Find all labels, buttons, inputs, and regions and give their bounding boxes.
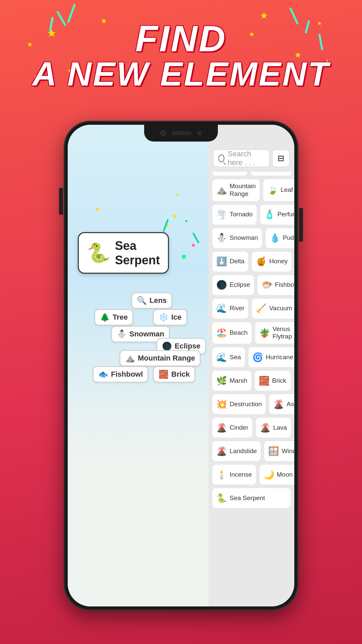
notch-dot xyxy=(197,131,202,136)
element-fishbowl[interactable]: 🐡 Fishbowl xyxy=(257,275,294,296)
sea-serpent-popup: 🐍 SeaSerpent xyxy=(78,232,169,274)
search-placeholder: Search here . . . xyxy=(228,150,264,167)
element-delta[interactable]: ⬇️ Delta xyxy=(212,251,249,272)
element-snowman[interactable]: ⛄ Snowman xyxy=(212,228,262,249)
title-line1: FIND xyxy=(0,20,362,57)
node-tree[interactable]: 🌲 Tree xyxy=(95,309,133,325)
node-fishbowl[interactable]: 🐟 Fishbowl xyxy=(93,366,148,382)
element-row: 🐍 Sea Serpent xyxy=(212,488,291,508)
sea-serpent-label: SeaSerpent xyxy=(115,238,160,267)
element-row: 🌋 Landslide 🪟 Window xyxy=(212,441,291,462)
element-honey[interactable]: 🍯 Honey xyxy=(251,251,292,272)
element-hurricane[interactable]: 🌀 Hurricane xyxy=(248,347,294,368)
phone-outer: ★ ★ ★ ★ ■ ■ ■ 🐍 SeaSerpent 🔍 Lens xyxy=(64,121,298,610)
element-row: 💥 Destruction 🌋 Ash xyxy=(212,394,291,415)
element-sea[interactable]: 🌊 Sea xyxy=(212,347,245,368)
phone-screen: ★ ★ ★ ★ ■ ■ ■ 🐍 SeaSerpent 🔍 Lens xyxy=(68,125,294,606)
node-lens[interactable]: 🔍 Lens xyxy=(131,292,172,309)
element-row: ⛰️ Mountain Range 🍃 Leaf xyxy=(212,179,291,202)
element-row: 🌊 Sea 🌀 Hurricane xyxy=(212,347,291,368)
elements-list: 🔍 Lens 💨 Smoke ⛰️ Mountain Range xyxy=(208,155,294,518)
node-brick[interactable]: 🧱 Brick xyxy=(153,366,195,382)
element-row: 🌑 Eclipse 🐡 Fishbowl xyxy=(212,275,291,296)
element-row: ⛄ Snowman 💧 Puddle xyxy=(212,228,291,249)
element-row: 🏖️ Beach 🪴 Venus Flytrap xyxy=(212,322,291,344)
element-beach[interactable]: 🏖️ Beach xyxy=(212,322,252,344)
element-cinder[interactable]: 🌋 Cinder xyxy=(212,417,253,438)
element-river[interactable]: 🌊 River xyxy=(212,298,249,319)
search-input[interactable]: Search here . . . xyxy=(213,150,269,167)
title-line2: A NEW ELEMENT xyxy=(0,57,362,91)
element-row: 🌪️ Tornado 🧴 Perfume xyxy=(212,204,291,225)
element-incense[interactable]: 🕯️ Incense xyxy=(212,464,256,485)
element-destruction[interactable]: 💥 Destruction xyxy=(212,394,266,415)
sea-serpent-emoji: 🐍 xyxy=(87,242,110,264)
node-mountain-range[interactable]: ⛰️ Mountain Range xyxy=(120,350,200,366)
element-leaf[interactable]: 🍃 Leaf xyxy=(263,179,294,202)
element-ash[interactable]: 🌋 Ash xyxy=(269,394,294,415)
element-moon[interactable]: 🌙 Moon xyxy=(259,464,294,485)
element-row: 🕯️ Incense 🌙 Moon xyxy=(212,464,291,485)
element-lava[interactable]: 🌋 Lava xyxy=(255,417,291,438)
element-brick[interactable]: 🧱 Brick xyxy=(254,370,291,391)
element-tornado[interactable]: 🌪️ Tornado xyxy=(212,204,257,225)
element-marsh[interactable]: 🌿 Marsh xyxy=(212,370,252,391)
element-landslide[interactable]: 🌋 Landslide xyxy=(212,441,261,462)
notch-camera xyxy=(160,130,166,136)
element-mountain-range[interactable]: ⛰️ Mountain Range xyxy=(212,179,260,202)
notch-sensor xyxy=(172,131,192,135)
title-area: FIND A NEW ELEMENT xyxy=(0,20,362,91)
notch xyxy=(144,125,218,142)
game-panel: ★ ★ ★ ★ ■ ■ ■ 🐍 SeaSerpent 🔍 Lens xyxy=(68,125,208,606)
element-row: ⬇️ Delta 🍯 Honey xyxy=(212,251,291,272)
search-icon xyxy=(218,154,225,162)
element-row: 🌿 Marsh 🧱 Brick xyxy=(212,370,291,391)
element-puddle[interactable]: 💧 Puddle xyxy=(265,228,295,249)
element-row: 🌋 Cinder 🌋 Lava xyxy=(212,417,291,438)
node-ice[interactable]: ❄️ Ice xyxy=(153,309,187,325)
element-vacuum[interactable]: 🧹 Vacuum xyxy=(251,298,294,319)
element-perfume[interactable]: 🧴 Perfume xyxy=(260,204,294,225)
phone: ★ ★ ★ ★ ■ ■ ■ 🐍 SeaSerpent 🔍 Lens xyxy=(64,121,298,610)
element-sea-serpent[interactable]: 🐍 Sea Serpent xyxy=(212,488,291,508)
filter-button[interactable]: ⊟ xyxy=(272,150,290,167)
search-bar: Search here . . . ⊟ xyxy=(208,145,294,172)
element-row: 🌊 River 🧹 Vacuum xyxy=(212,298,291,319)
element-window[interactable]: 🪟 Window xyxy=(264,441,294,462)
elements-panel[interactable]: 66/165741 🔍 Lens 💨 Smoke xyxy=(208,125,294,606)
element-venus-flytrap[interactable]: 🪴 Venus Flytrap xyxy=(255,322,294,344)
element-eclipse[interactable]: 🌑 Eclipse xyxy=(212,275,254,296)
